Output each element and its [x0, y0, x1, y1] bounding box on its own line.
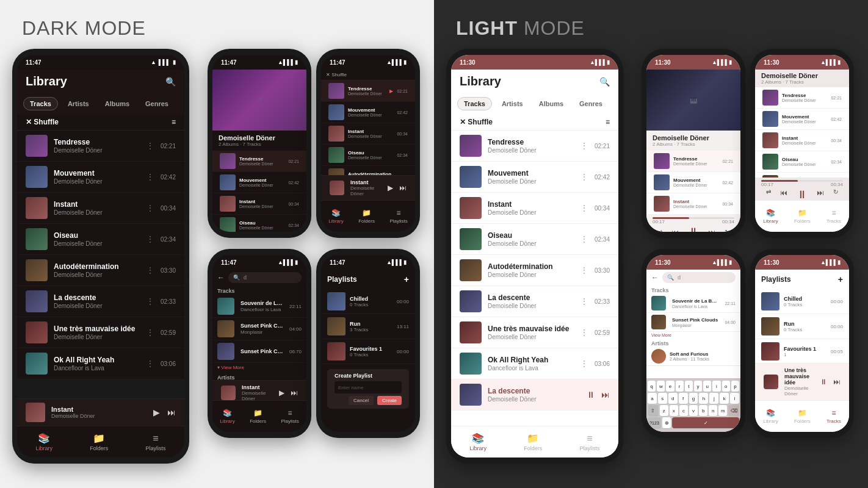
track-more-icon[interactable]: ⋮	[146, 172, 154, 182]
kb-e[interactable]: e	[666, 381, 674, 392]
track-item[interactable]: Une très mauvaise idée Demoiselle Döner …	[451, 317, 618, 348]
shuffle-ctrl[interactable]: ⇄	[657, 229, 662, 232]
queue-item-light[interactable]: Mouvement Demoiselle Döner 02:42	[755, 109, 849, 130]
kb-x[interactable]: x	[670, 405, 678, 416]
track-item[interactable]: Mouvement Demoiselle Döner ⋮ 02:42	[451, 162, 618, 193]
prev-ctrl[interactable]: ⏮	[671, 228, 679, 232]
track-more-icon[interactable]: ⋮	[146, 265, 154, 275]
filter-icon[interactable]: ≡	[172, 118, 176, 126]
kb-t[interactable]: t	[685, 381, 693, 392]
track-more-icon[interactable]: ⋮	[580, 141, 588, 151]
kb-f[interactable]: f	[679, 393, 688, 404]
track-more-icon[interactable]: ⋮	[146, 141, 154, 151]
playlist-item[interactable]: Run 3 Tracks 13:11	[321, 314, 415, 339]
tab-artists-dark[interactable]: Artists	[62, 97, 95, 110]
next-icon[interactable]: ⏭	[601, 390, 610, 400]
nav-playlists[interactable]: ≡ Playlists	[145, 433, 165, 451]
queue-item-light[interactable]: Instant Demoiselle Döner 00:34	[755, 130, 849, 151]
queue-item-light[interactable]: Instant Demoiselle Döner 00:34	[646, 193, 740, 215]
kb-d[interactable]: d	[668, 393, 678, 404]
play-ctrl-light[interactable]: ⏸	[797, 188, 808, 201]
kb-space[interactable]: ✓	[672, 417, 739, 428]
track-item[interactable]: La descente Demoiselle Döner ⋮ 02:33	[17, 286, 184, 317]
track-item[interactable]: Ok All Right Yeah Dancefloor is Lava ⋮ 0…	[17, 348, 184, 379]
next-btn[interactable]: ⏭	[291, 389, 298, 397]
tab-tracks-light[interactable]: Tracks	[457, 97, 492, 110]
kb-z[interactable]: z	[660, 405, 668, 416]
track-item[interactable]: Instant Demoiselle Döner ⋮ 00:34	[451, 193, 618, 224]
create-button[interactable]: Create	[377, 396, 402, 405]
search-result-track[interactable]: Souvenir de La Boum avec So... Dancefloo…	[646, 294, 740, 313]
search-track-item[interactable]: Sunset Pink Clouds Monplaisir 04:00	[212, 318, 306, 340]
track-more-icon[interactable]: ⋮	[580, 359, 588, 368]
track-item-active[interactable]: La descente Demoiselle Döner ⏸ ⏭	[451, 379, 618, 411]
nav-folders[interactable]: 📁 Folders	[90, 432, 108, 451]
pause-icon[interactable]: ⏸	[587, 390, 595, 400]
nav-playlists-small[interactable]: ≡ Playlists	[389, 209, 407, 224]
kb-r[interactable]: r	[676, 381, 684, 392]
queue-item[interactable]: Instant Demoiselle Döner 00:34	[212, 193, 306, 215]
track-item[interactable]: Mouvement Demoiselle Döner ⋮ 02:42	[17, 162, 184, 193]
playlist-item-light[interactable]: Run 0 Tracks 00:00	[755, 314, 849, 339]
kb-u[interactable]: u	[703, 381, 711, 392]
nav-library-small[interactable]: 📚 Library	[328, 209, 343, 224]
track-item-ok-all-right[interactable]: Ok All Right Yeah Dancefloor is Lava ⋮ 0…	[451, 348, 618, 379]
kb-c[interactable]: c	[679, 405, 688, 416]
repeat-ctrl[interactable]: ↻	[725, 229, 729, 232]
add-playlist-icon-light[interactable]: +	[838, 274, 843, 284]
kb-backspace[interactable]: ⌫	[728, 405, 739, 416]
playlist-item[interactable]: Chilled 0 Tracks 00:00	[321, 289, 415, 314]
nav-library[interactable]: 📚 Library	[36, 432, 53, 451]
track-item[interactable]: Autodétermination Demoiselle Döner ⋮ 03:…	[17, 255, 184, 286]
nav-library-light[interactable]: 📚 Library	[470, 432, 487, 451]
kb-n[interactable]: n	[709, 405, 717, 416]
playlist-item[interactable]: Favourites 1 0 Tracks 00:00	[321, 339, 415, 364]
track-more-icon[interactable]: ⋮	[580, 328, 588, 337]
kb-b[interactable]: b	[699, 405, 707, 416]
play-ctrl-playlist[interactable]: ⏸	[820, 378, 827, 386]
kb-o[interactable]: o	[722, 381, 730, 392]
play-btn[interactable]: ▶	[279, 389, 284, 397]
queue-item[interactable]: Oiseau Demoiselle Döner 02:34	[321, 145, 415, 166]
playlist-name-input[interactable]: Enter name	[335, 381, 402, 393]
search-result-track[interactable]: Sunset Pink Clouds Monplaisir 04:00	[646, 313, 740, 332]
tab-tracks-dark[interactable]: Tracks	[23, 97, 58, 110]
playlist-mini-player[interactable]: Une très mauvaise idée Demoiselle Döner …	[755, 363, 849, 400]
queue-item-active[interactable]: Tendresse Demoiselle Döner 02:21	[212, 151, 306, 172]
track-item[interactable]: Une très mauvaise idée Demoiselle Döner …	[17, 317, 184, 348]
mini-player-small[interactable]: Instant Demoiselle Döner ▶ ⏭	[321, 175, 415, 200]
playlist-item-light[interactable]: Favourites 1 1 00:05	[755, 339, 849, 364]
nav-folders-light[interactable]: 📁 Folders	[524, 432, 542, 451]
view-more-light[interactable]: View More	[646, 332, 740, 339]
track-item[interactable]: Instant Demoiselle Döner ⋮ 00:34	[17, 193, 184, 224]
kb-g[interactable]: g	[689, 393, 698, 404]
track-more-icon[interactable]: ⋮	[580, 265, 588, 275]
kb-q[interactable]: q	[648, 381, 656, 392]
kb-m[interactable]: m	[718, 405, 727, 416]
search-input-dark[interactable]: 🔍 d	[228, 272, 302, 283]
next-btn[interactable]: ⏭	[399, 184, 407, 192]
track-item[interactable]: Tendresse Demoiselle Döner ⋮ 02:21	[17, 131, 184, 162]
kb-shift[interactable]: ⇧	[648, 405, 659, 416]
cancel-button[interactable]: Cancel	[349, 396, 374, 405]
kb-s[interactable]: s	[658, 393, 667, 404]
queue-item-playing[interactable]: Tendresse Demoiselle Döner ▶ 02:21	[321, 81, 415, 102]
kb-l[interactable]: l	[730, 393, 739, 404]
search-icon-light[interactable]: 🔍	[599, 77, 610, 87]
search-track-item[interactable]: Souvenir de La Boum avec So... Dancefloo…	[212, 295, 306, 318]
kb-p[interactable]: p	[731, 381, 739, 392]
kb-comma[interactable]: ⊕	[662, 417, 671, 428]
play-ctrl[interactable]: ⏸	[688, 226, 699, 232]
nav-playlists-light[interactable]: ≡ Playlists	[579, 433, 599, 451]
back-icon-light[interactable]: ←	[651, 273, 659, 282]
kb-v[interactable]: v	[689, 405, 698, 416]
nav-playlists[interactable]: ≡Playlists	[281, 409, 298, 424]
queue-item[interactable]: Oiseau Demoiselle Döner 02:34	[212, 215, 306, 232]
search-track-item[interactable]: Sunset Pink Clouds 06:70	[212, 340, 306, 363]
search-icon[interactable]: 🔍	[165, 77, 176, 87]
back-icon[interactable]: ←	[217, 273, 225, 282]
queue-item-active-light[interactable]: Tendresse Demoiselle Döner 02:21	[646, 151, 740, 172]
track-more-icon[interactable]: ⋮	[580, 172, 588, 182]
nav-folders-small[interactable]: 📁 Folders	[358, 209, 375, 224]
view-more-btn[interactable]: ▾ View More	[212, 363, 306, 372]
